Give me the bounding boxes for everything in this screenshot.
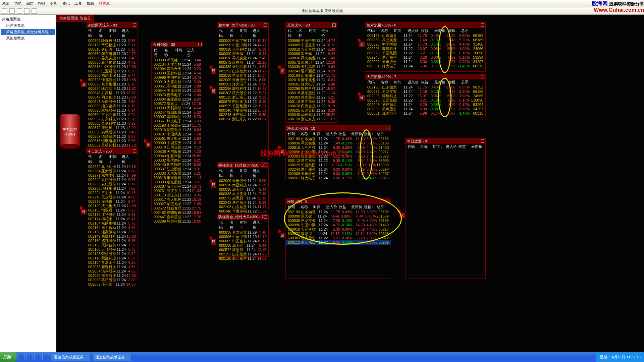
table-row[interactable]: 600586金晶科技11:233.99 xyxy=(86,121,138,126)
table-row[interactable]: 002016世荣兆业11:2410.84 xyxy=(217,73,268,78)
table-row[interactable]: 600340华夏幸福11:2225.89 xyxy=(217,209,268,214)
menu-analysis[interactable]: 分析 xyxy=(50,1,58,6)
tb-icon-3[interactable] xyxy=(17,8,22,14)
table-row[interactable]: 000586汇源通信11:236.25 xyxy=(86,69,138,73)
table-row[interactable]: 002123荣信股份11:249.32 xyxy=(86,252,138,256)
tree-strategy-pool[interactable]: 策略股票池_资金分析系统 xyxy=(1,29,55,35)
table-row[interactable]: 002243通产丽星11:248.290.00%8.290.12%53294 xyxy=(286,167,391,172)
table-row[interactable]: 002016世荣兆业11:2410.84 xyxy=(286,78,337,82)
table-row[interactable]: 000996中国中期11:2414.72-0.14%14.704.46%9021… xyxy=(286,150,391,154)
table-row[interactable]: 600643爱建股份11:237.50 xyxy=(86,100,138,104)
pin-icon[interactable] xyxy=(133,23,136,27)
table-row[interactable]: 600556洪城股份11:237.45 xyxy=(86,130,138,134)
table-row[interactable]: 002134天津普林11:245.58 xyxy=(152,62,203,67)
tree-system-pool[interactable]: 系统股票池 xyxy=(1,35,55,42)
table-row[interactable]: 000851高鸿股份11:246.88 xyxy=(152,84,203,88)
table-row[interactable]: 000537弘业股份11:248.01 xyxy=(152,167,203,171)
table-row[interactable]: 002084清兴股份11:244.62 xyxy=(86,269,138,274)
table-row[interactable]: 600623双钱股份11:238.94 xyxy=(86,108,138,113)
menu-quote[interactable]: 报价 xyxy=(38,1,46,6)
table-row[interactable]: 600836界龙实业11:247.49-0.13%7.485.20%68189 xyxy=(365,89,485,94)
table-row[interactable]: 600847同达创业11:2310.64 xyxy=(86,95,138,100)
table-row[interactable]: 000561烽火电子11:245.93 xyxy=(152,119,203,123)
table-row[interactable]: 600728佳都新太11:2310.85 xyxy=(86,78,138,82)
table-row[interactable]: 600836界龙实业11:247.49-0.13%7.485.20%68189 xyxy=(365,38,485,42)
table-row[interactable]: 600525长园集团11:226.21-0.16%6.200.16%116090 xyxy=(286,163,391,167)
set-tag[interactable]: 设 xyxy=(211,182,216,188)
table-row[interactable]: 002156通富微电11:243.93 xyxy=(86,230,138,234)
table-row[interactable]: 600818中路股份11:2312.39 xyxy=(86,65,138,69)
set-tag[interactable]: 设 xyxy=(280,68,285,74)
table-row[interactable]: 600836界龙实业11:247.49 xyxy=(217,56,268,60)
table-row[interactable]: 600639浦东金桥11:238.15 xyxy=(86,104,138,108)
table-row[interactable]: 000910大亚科技11:245.39 xyxy=(217,47,268,52)
table-row[interactable]: 600525长园集团11:226.21-0.16%6.200.16%116090 xyxy=(365,98,485,103)
table-row[interactable]: 000910大亚科技11:245.390.00%5.394.46%80217 xyxy=(286,227,391,232)
table-row[interactable]: 603128华贸物流11:235.71 xyxy=(86,43,138,47)
table-row[interactable]: 000090深天健11:248.44 xyxy=(217,187,268,192)
pin-icon[interactable] xyxy=(481,23,484,27)
tb-icon-1[interactable] xyxy=(2,8,7,14)
table-row[interactable]: 600113浙江东日11:229.35 xyxy=(217,95,268,100)
table-row[interactable]: 002174梅花伞11:2415.41 xyxy=(86,217,138,221)
table-row[interactable]: 000809隆鑫通用11:239.58 xyxy=(86,39,138,43)
table-row[interactable]: 002292奥飞动漫11:2419.18 xyxy=(86,165,138,169)
pin-icon[interactable] xyxy=(264,164,267,167)
table-row[interactable]: 000561烽火电子11:245.960.17%5.97-1.49%88315 xyxy=(286,176,391,180)
table-row[interactable]: 002176江特电机11:248.61 xyxy=(86,213,138,217)
table-row[interactable]: 600604市北高新11:249.24 xyxy=(152,97,203,102)
table-row[interactable]: 000996中国中期11:2414.72 xyxy=(217,43,268,47)
table-row[interactable]: 600120浙江东方11:2211.67 xyxy=(286,117,337,121)
table-row[interactable]: 002296辉煌科技11:2218.86 xyxy=(152,219,203,224)
table-row[interactable]: 600332现代制药11:246.21 xyxy=(152,158,203,163)
table-row[interactable]: 000996中国中期11:2414.72-0.14%14.704.46%3146… xyxy=(286,223,391,227)
pin-icon[interactable] xyxy=(386,127,389,130)
table-row[interactable]: 600836界龙实业11:297.48 xyxy=(217,230,268,235)
table-row[interactable]: 000090深天健11:248.440.00%8.445.76%281539 xyxy=(286,214,391,219)
table-row[interactable]: 002271东方雨虹11:2414.99 xyxy=(86,173,138,178)
tb-icon-4[interactable] xyxy=(24,8,30,14)
table-row[interactable]: 000996中国中期11:2414.72 xyxy=(152,75,203,80)
table-row[interactable]: 600318巢东股份11:2211.14 xyxy=(152,176,203,180)
table-row[interactable]: 002243通产丽星11:228.30 xyxy=(217,113,268,117)
taskbar[interactable]: 开始 通达信集成版证券… 通达信集成版证券… 星期一 4月15日 11:32:1… xyxy=(0,352,644,362)
table-row[interactable]: 600113浙江东日11:229.35 xyxy=(286,100,337,104)
table-row[interactable]: 002462嘉帜股份11:2216.51 xyxy=(152,210,203,215)
menu-func[interactable]: 功能 xyxy=(14,1,21,6)
table-row[interactable]: 000561烽火电子11:245.96 xyxy=(217,82,268,86)
table-row[interactable]: 000090深天健11:248.44 xyxy=(217,243,268,248)
table-row[interactable]: 600113浙江东日11:229.35 xyxy=(152,193,203,197)
table-row[interactable]: 600525长园集团11:226.21-0.16%6.200.16%116090 xyxy=(365,51,485,55)
table-row[interactable]: 002118紫鑫药业11:248.32 xyxy=(86,256,138,260)
table-row[interactable]: 000009中国宝安11:2410.15 xyxy=(286,43,337,47)
table-row[interactable]: 600604市北高新11:239.24 xyxy=(86,113,138,117)
table-row[interactable]: 002572雄威食品11:2227.75 xyxy=(152,206,203,210)
table-row[interactable]: 600007东陵国际11:245.79 xyxy=(152,115,203,119)
table-row[interactable]: 600648外高桥11:2313.11 xyxy=(86,91,138,95)
tree-user-pool[interactable]: 用户股票池 xyxy=(1,22,55,29)
table-row[interactable]: 000996中国中期11:2414.72 xyxy=(286,39,337,43)
table-row[interactable]: 600018唐山港11:233.18 xyxy=(86,47,138,52)
table-row[interactable]: 002233安纪股份11:246.77 xyxy=(86,182,138,186)
table-row[interactable]: 600572康恩贝11:2312.20 xyxy=(86,126,138,130)
table-row[interactable]: 002233塔牌集团11:247.66 xyxy=(86,186,138,191)
table-row[interactable]: 002083新野科技11:244.56 xyxy=(86,265,138,269)
table-row[interactable]: 002149西部材料11:2410.68 xyxy=(86,234,138,239)
table-row[interactable]: 600850华东电脑11:2324.72 xyxy=(86,52,138,56)
pin-icon[interactable] xyxy=(264,23,267,27)
set-tag[interactable]: 设 xyxy=(146,142,151,147)
table-row[interactable]: 600678四川金顶11:248.19 xyxy=(152,145,203,149)
tb-icon-5[interactable] xyxy=(32,8,37,14)
tab-1[interactable]: 策略股票池_资金分 xyxy=(56,15,94,22)
table-row[interactable]: 600572康恩贝11:2412.16 xyxy=(217,248,268,252)
table-row[interactable]: 002296辉煌科技11:2415.97 xyxy=(217,86,268,91)
table-row[interactable]: 600836界龙实业11:247.49-0.13%7.485.20%68189 xyxy=(286,219,391,223)
table-row[interactable]: 600339天利高新11:244.64 xyxy=(286,65,337,69)
set-tag[interactable]: 设 xyxy=(280,233,285,238)
table-row[interactable]: 600113浙江东日11:229.35-0.11%9.342.30%53989 xyxy=(286,240,391,245)
start-button[interactable]: 开始 xyxy=(0,352,17,362)
table-row[interactable]: 000513恒顺电器11:235.53 xyxy=(86,139,138,143)
sidebar-tree[interactable]: 策略股票池 用户股票池 策略股票池_资金分析系统 系统股票池 xyxy=(0,15,56,352)
table-row[interactable]: 600340华夏幸福11:2225.89 xyxy=(217,108,268,113)
table-row[interactable]: 000910大亚科技11:245.39 xyxy=(286,47,337,52)
